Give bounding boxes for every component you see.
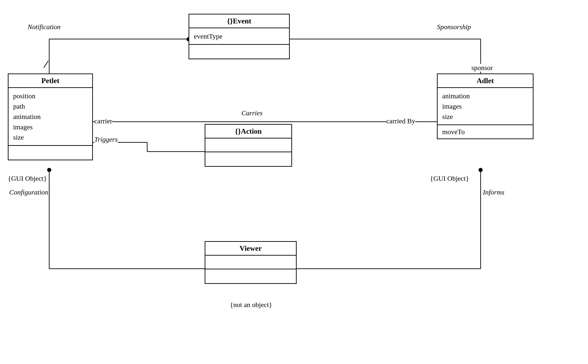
label-carries: Carries xyxy=(241,109,263,117)
adlet-class: Adlet animationimagessize moveTo xyxy=(437,73,534,139)
label-informs: Informs xyxy=(483,188,504,196)
diagram-lines xyxy=(0,0,588,364)
event-class-methods xyxy=(189,45,289,58)
adlet-class-name: Adlet xyxy=(438,74,533,88)
viewer-class-name: Viewer xyxy=(205,242,296,256)
dot-adlet-bottom xyxy=(479,168,483,172)
event-class-attrs: eventType xyxy=(189,28,289,45)
svg-line-2 xyxy=(44,61,48,68)
petlet-class-methods xyxy=(8,146,92,160)
action-class: {}Action xyxy=(205,124,292,167)
petlet-class-name: Petlet xyxy=(8,74,92,88)
action-class-attrs xyxy=(205,138,291,152)
adlet-class-attrs: animationimagessize xyxy=(438,88,533,125)
action-class-methods xyxy=(205,152,291,166)
label-gui-object-adlet: {GUI Object} xyxy=(430,175,469,182)
adlet-class-methods: moveTo xyxy=(438,125,533,138)
label-not-an-object: {not an object} xyxy=(230,301,272,309)
label-carried-by: carried By xyxy=(386,117,415,125)
label-sponsorship: Sponsorship xyxy=(437,23,471,31)
event-class: {}Event eventType xyxy=(188,14,290,59)
event-class-name: {}Event xyxy=(189,14,289,28)
diagram-container: {}Event eventType Petlet positionpathani… xyxy=(0,0,588,364)
dot-petlet-bottom xyxy=(47,168,51,172)
label-gui-object-petlet: {GUI Object} xyxy=(8,175,47,182)
label-triggers: Triggers xyxy=(94,136,118,143)
label-configuration: Configuration xyxy=(9,188,48,196)
label-sponsor: sponsor xyxy=(471,64,493,72)
label-carrier: carrier xyxy=(94,117,112,125)
label-notification: Notification xyxy=(28,23,60,31)
petlet-class: Petlet positionpathanimationimagessize xyxy=(8,73,93,160)
action-class-name: {}Action xyxy=(205,125,291,138)
petlet-class-attrs: positionpathanimationimagessize xyxy=(8,88,92,146)
viewer-class-attrs xyxy=(205,256,296,269)
viewer-class-methods xyxy=(205,269,296,283)
viewer-class: Viewer xyxy=(205,241,297,284)
